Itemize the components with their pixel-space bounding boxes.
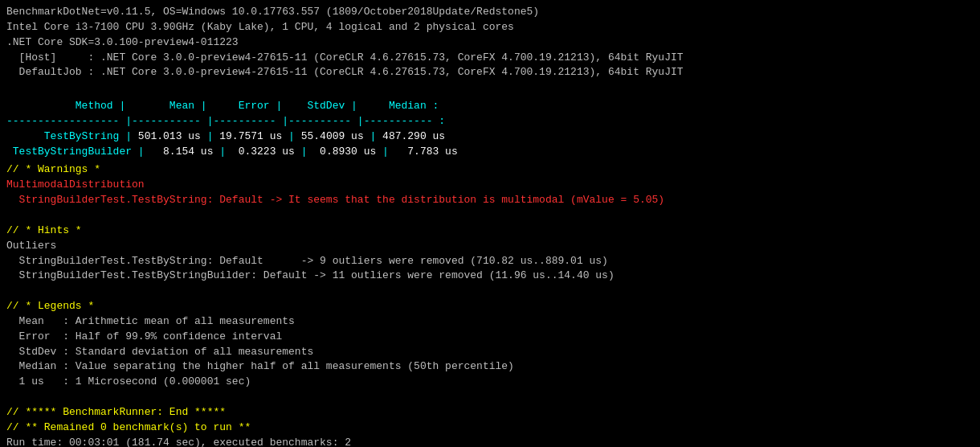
terminal: BenchmarkDotNet=v0.11.5, OS=Windows 10.0… <box>0 0 980 447</box>
line4: [Host] : .NET Core 3.0.0-preview4-27615-… <box>6 51 684 64</box>
outliers-label: Outliers <box>6 240 56 252</box>
multimodal-detail: StringBuilderTest.TestByString: Default … <box>6 194 664 206</box>
warnings-header: // * Warnings * <box>6 163 100 175</box>
benchmark-table: Method | Mean | Error | StdDev | Median … <box>6 99 974 159</box>
end1: // ***** BenchmarkRunner: End ***** <box>6 406 226 418</box>
table-header: Method | Mean | Error | StdDev | Median … <box>6 100 439 112</box>
line2: Intel Core i3-7100 CPU 3.90GHz (Kaby Lak… <box>6 21 514 33</box>
outliers1: StringBuilderTest.TestByString: Default … <box>6 255 608 267</box>
runtime: Run time: 00:03:01 (181.74 sec), execute… <box>6 437 351 447</box>
legend4: Median : Value separating the higher hal… <box>6 360 514 372</box>
end2: // ** Remained 0 benchmark(s) to run ** <box>6 421 251 433</box>
hints-header: // * Hints * <box>6 224 82 236</box>
legend1: Mean : Arithmetic mean of all measuremen… <box>6 315 295 327</box>
row2: TestByStringBuilder | 8.154 us | 0.3223 … <box>6 146 458 158</box>
multimodal-label: MultimodalDistribution <box>6 178 145 191</box>
line5: DefaultJob : .NET Core 3.0.0-preview4-27… <box>6 66 684 78</box>
legend5: 1 us : 1 Microsecond (0.000001 sec) <box>6 375 251 388</box>
outliers2: StringBuilderTest.TestByStringBuilder: D… <box>6 269 615 281</box>
legend2: Error : Half of 99.9% confidence interva… <box>6 330 282 342</box>
table-sep: ------------------ |----------- |-------… <box>6 115 445 127</box>
legends-header: // * Legends * <box>6 300 94 312</box>
line1: BenchmarkDotNet=v0.11.5, OS=Windows 10.0… <box>6 6 539 18</box>
line3: .NET Core SDK=3.0.100-preview4-011223 <box>6 36 239 48</box>
legend3: StdDev : Standard deviation of all measu… <box>6 346 313 358</box>
row1: TestByString | 501.013 us | 19.7571 us |… <box>6 130 445 142</box>
